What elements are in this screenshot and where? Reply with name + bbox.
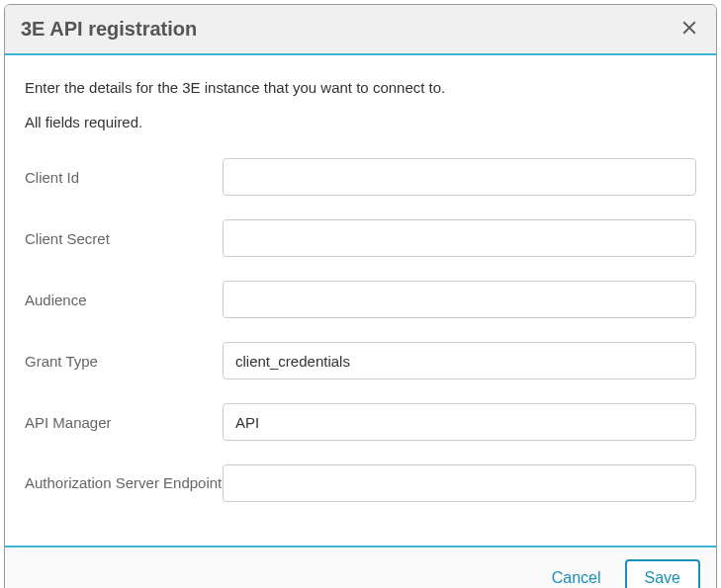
- intro-text: Enter the details for the 3E instance th…: [25, 79, 696, 96]
- api-manager-label: API Manager: [25, 414, 223, 431]
- required-text: All fields required.: [25, 114, 696, 130]
- close-button[interactable]: [678, 17, 700, 42]
- client-secret-label: Client Secret: [25, 230, 223, 247]
- client-secret-input[interactable]: [223, 219, 696, 257]
- dialog-header: 3E API registration: [5, 5, 716, 55]
- dialog-body: Enter the details for the 3E instance th…: [5, 55, 716, 546]
- registration-dialog: 3E API registration Enter the details fo…: [4, 4, 717, 588]
- grant-type-input[interactable]: [223, 342, 696, 379]
- client-id-label: Client Id: [25, 169, 223, 186]
- grant-type-label: Grant Type: [25, 353, 223, 370]
- audience-label: Audience: [25, 292, 223, 308]
- form-row-audience: Audience: [25, 281, 696, 318]
- save-button[interactable]: Save: [625, 559, 700, 588]
- dialog-footer: Cancel Save: [5, 546, 716, 588]
- form-row-client-secret: Client Secret: [25, 219, 696, 257]
- auth-endpoint-label: Authorization Server Endpoint: [25, 473, 223, 493]
- cancel-button[interactable]: Cancel: [548, 561, 605, 588]
- form-row-grant-type: Grant Type: [25, 342, 696, 379]
- form-row-client-id: Client Id: [25, 158, 696, 196]
- auth-endpoint-input[interactable]: [223, 464, 696, 502]
- close-icon: [678, 17, 700, 42]
- api-manager-input[interactable]: [223, 403, 696, 441]
- audience-input[interactable]: [223, 281, 696, 318]
- dialog-title: 3E API registration: [21, 18, 197, 41]
- form-row-api-manager: API Manager: [25, 403, 696, 441]
- client-id-input[interactable]: [223, 158, 696, 196]
- form-row-auth-endpoint: Authorization Server Endpoint: [25, 464, 696, 502]
